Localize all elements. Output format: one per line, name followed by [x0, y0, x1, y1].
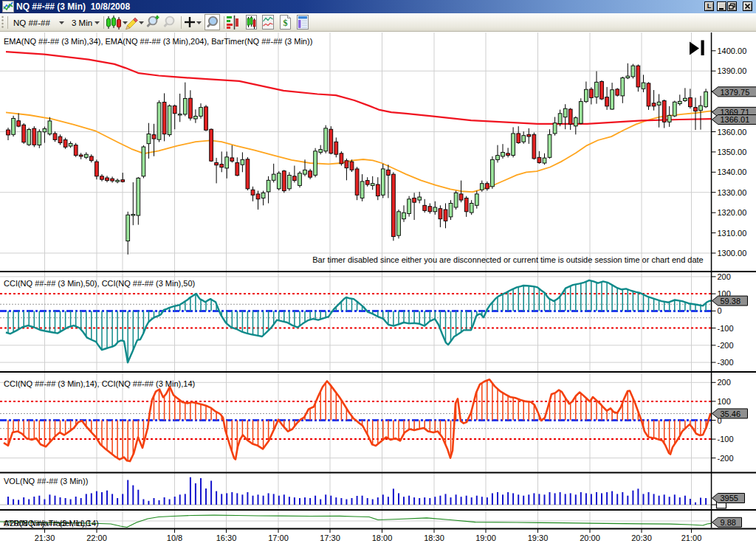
svg-text:1310.00: 1310.00 — [718, 229, 747, 238]
svg-text:21:30: 21:30 — [35, 534, 55, 542]
svg-text:1366.01: 1366.01 — [721, 115, 750, 124]
svg-text:16:30: 16:30 — [216, 534, 237, 542]
svg-text:18:00: 18:00 — [372, 534, 393, 542]
svg-text:17:30: 17:30 — [320, 534, 340, 542]
svg-text:18:30: 18:30 — [424, 534, 444, 542]
svg-text:1390.00: 1390.00 — [718, 66, 747, 75]
svg-text:19:00: 19:00 — [475, 534, 496, 542]
svg-text:10/8: 10/8 — [167, 534, 182, 542]
svg-text:1400.00: 1400.00 — [718, 46, 747, 55]
svg-text:1340.00: 1340.00 — [718, 168, 747, 176]
svg-text:-300: -300 — [718, 358, 734, 367]
svg-text:1300.00: 1300.00 — [718, 249, 747, 258]
svg-text:3955: 3955 — [721, 494, 738, 503]
svg-text:21:00: 21:00 — [681, 534, 702, 542]
svg-text:17:00: 17:00 — [268, 534, 289, 542]
svg-text:9.88: 9.88 — [721, 518, 736, 527]
svg-text:0: 0 — [718, 306, 722, 315]
svg-text:1360.00: 1360.00 — [718, 128, 747, 137]
svg-text:Bar timer disabled since eithe: Bar timer disabled since either you are … — [312, 255, 704, 264]
svg-text:35.46: 35.46 — [721, 410, 741, 418]
svg-text:EMA(NQ ##-## (3 Min),34), EMA(: EMA(NQ ##-## (3 Min),34), EMA(NQ ##-## (… — [4, 37, 312, 46]
svg-text:20:00: 20:00 — [580, 534, 600, 542]
svg-text:100: 100 — [718, 397, 731, 406]
svg-text:-100: -100 — [718, 324, 734, 333]
svg-text:1320.00: 1320.00 — [718, 208, 747, 217]
svg-text:-200: -200 — [718, 341, 734, 350]
svg-text:200: 200 — [718, 378, 731, 387]
svg-text:CCI(NQ ##-## (3 Min),14), CCI(: CCI(NQ ##-## (3 Min),14), CCI(NQ ##-## (… — [4, 379, 195, 388]
svg-text:ATR(NQ ##-## (3 Min),14): ATR(NQ ##-## (3 Min),14) — [4, 519, 99, 528]
svg-text:1330.00: 1330.00 — [718, 188, 747, 197]
svg-text:22:00: 22:00 — [86, 534, 107, 542]
svg-text:200: 200 — [718, 272, 731, 281]
svg-text:59.38: 59.38 — [721, 297, 741, 305]
svg-text:CCI(NQ ##-## (3 Min),50), CCI(: CCI(NQ ##-## (3 Min),50), CCI(NQ ##-## (… — [4, 279, 195, 288]
svg-text:VOL(NQ ##-## (3 Min)): VOL(NQ ##-## (3 Min)) — [4, 477, 88, 486]
svg-text:1379.75: 1379.75 — [721, 88, 750, 97]
svg-text:19:30: 19:30 — [528, 534, 549, 542]
svg-text:1350.00: 1350.00 — [718, 148, 747, 156]
svg-text:20:30: 20:30 — [631, 534, 652, 542]
svg-text:-200: -200 — [718, 454, 734, 463]
svg-text:-100: -100 — [718, 435, 734, 443]
